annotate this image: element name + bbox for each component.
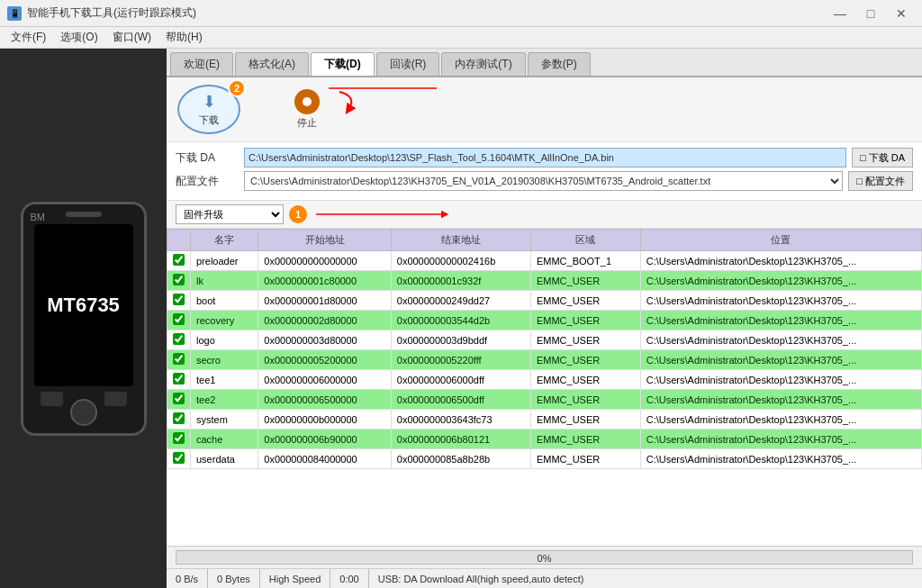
cell-path: C:\Users\Administrator\Desktop\123\KH370… [640,430,921,449]
phone-panel: BM MT6735 [0,49,167,588]
menu-options[interactable]: 选项(O) [53,28,104,47]
cell-path: C:\Users\Administrator\Desktop\123\KH370… [640,370,921,390]
cell-name: logo [191,330,258,350]
menu-help[interactable]: 帮助(H) [158,28,210,47]
cell-region: EMMC_USER [530,350,640,370]
table-row: logo0x000000003d800000x000000003d9bddfEM… [167,330,922,350]
col-path: 位置 [640,230,921,251]
config-button[interactable]: □ 配置文件 [848,171,913,191]
row-checkbox[interactable] [173,333,185,345]
mode-row: 固件升级 下载 格式化下载 1 [167,201,922,229]
row-checkbox[interactable] [173,393,185,404]
table-row: recovery0x000000002d800000x000000003544d… [167,311,922,330]
cell-path: C:\Users\Administrator\Desktop\123\KH370… [640,410,921,430]
row-checkbox[interactable] [173,313,185,325]
cell-end: 0x000000003544d2b [391,311,530,330]
cell-start: 0x000000001d80000 [258,291,391,311]
tab-readback[interactable]: 回读(R) [376,52,440,76]
config-path-select[interactable]: C:\Users\Administrator\Desktop\123\KH370… [244,171,843,191]
maximize-button[interactable]: □ [857,5,884,23]
table-body: preloader0x0000000000000000x000000000002… [167,251,922,469]
table-header: 名字 开始地址 结束地址 区域 位置 [167,230,922,251]
cell-end: 0x000000005220fff [391,350,530,370]
cell-region: EMMC_USER [530,410,640,430]
status-speed: 0 B/s [167,569,208,588]
cell-start: 0x000000005200000 [258,350,391,370]
app-title: 智能手机下载工具(运行时跟踪模式) [27,5,196,21]
cell-name: system [191,410,258,430]
row-checkbox[interactable] [173,373,185,384]
annotation-arrow-step1 [314,205,449,223]
cell-end: 0x000000003d9bddf [391,330,530,350]
cell-end: 0x000000006500dff [391,390,530,410]
row-checkbox[interactable] [173,254,185,266]
phone-speaker [66,212,102,217]
row-checkbox[interactable] [173,452,185,464]
cell-region: EMMC_USER [530,291,640,311]
annotation-line-stop [329,81,437,95]
col-region: 区域 [530,230,640,251]
checkbox-cell [167,330,191,350]
cell-path: C:\Users\Administrator\Desktop\123\KH370… [640,390,921,410]
title-bar: 📱 智能手机下载工具(运行时跟踪模式) — □ ✕ [0,0,922,27]
menu-file[interactable]: 文件(F) [4,28,53,47]
cell-path: C:\Users\Administrator\Desktop\123\KH370… [640,271,921,291]
phone-back-btn [41,392,63,406]
content-panel: 欢迎(E) 格式化(A) 下载(D) 回读(R) 内存测试(T) 参数(P) ⬇… [167,49,922,588]
phone-nav [41,392,127,426]
table-row: preloader0x0000000000000000x000000000002… [167,251,922,271]
menu-window[interactable]: 窗口(W) [105,28,158,47]
minimize-button[interactable]: — [827,5,854,23]
tab-memtest[interactable]: 内存测试(T) [441,52,525,76]
da-path-input[interactable] [244,148,846,167]
row-checkbox[interactable] [173,274,185,285]
phone-home-btn [70,399,97,426]
cell-end: 0x000000006b80121 [391,430,530,449]
cell-name: recovery [191,311,258,330]
col-end: 结束地址 [391,230,530,251]
cell-name: lk [191,271,258,291]
tab-welcome[interactable]: 欢迎(E) [170,52,233,76]
cell-region: EMMC_USER [530,390,640,410]
config-label: 配置文件 [176,174,239,189]
table-row: boot0x000000001d800000x00000000249dd27EM… [167,291,922,311]
checkbox-cell [167,350,191,370]
cell-start: 0x000000003d80000 [258,330,391,350]
tab-format[interactable]: 格式化(A) [235,52,309,76]
cell-end: 0x000000003643fc73 [391,410,530,430]
phone-device: BM MT6735 [21,202,147,436]
download-arrow-icon: ⬇ [203,92,216,112]
checkbox-cell [167,251,191,271]
cell-path: C:\Users\Administrator\Desktop\123\KH370… [640,251,921,271]
tab-download[interactable]: 下载(D) [311,52,375,76]
cell-name: tee2 [191,390,258,410]
cell-start: 0x000000084000000 [258,449,391,469]
status-bytes: 0 Bytes [208,569,260,588]
row-checkbox[interactable] [173,353,185,365]
cell-start: 0x000000000000000 [258,251,391,271]
row-checkbox[interactable] [173,412,185,424]
cell-path: C:\Users\Administrator\Desktop\123\KH370… [640,291,921,311]
cell-region: EMMC_USER [530,311,640,330]
cell-end: 0x000000000002416b [391,251,530,271]
da-button[interactable]: □ 下载 DA [852,148,913,167]
da-row: 下载 DA □ 下载 DA [176,148,913,167]
config-row: 配置文件 C:\Users\Administrator\Desktop\123\… [176,171,913,191]
row-checkbox[interactable] [173,432,185,444]
checkbox-cell [167,430,191,449]
app-icon: 📱 [7,6,22,21]
row-checkbox[interactable] [173,294,185,305]
tab-params[interactable]: 参数(P) [528,52,591,76]
close-button[interactable]: ✕ [888,5,915,23]
mode-dropdown[interactable]: 固件升级 下载 格式化下载 [176,204,284,224]
cell-name: preloader [191,251,258,271]
cell-region: EMMC_USER [530,271,640,291]
cell-name: boot [191,291,258,311]
main-layout: BM MT6735 欢迎(E) 格式化(A) 下载(D) 回读(R) 内存测试(… [0,49,922,588]
cell-region: EMMC_BOOT_1 [530,251,640,271]
toolbar: ⬇ 下载 2 停止 [167,77,922,142]
cell-end: 0x000000001c932f [391,271,530,291]
table-row: system0x00000000b0000000x000000003643fc7… [167,410,922,430]
checkbox-cell [167,311,191,330]
table-row: lk0x000000001c800000x000000001c932fEMMC_… [167,271,922,291]
